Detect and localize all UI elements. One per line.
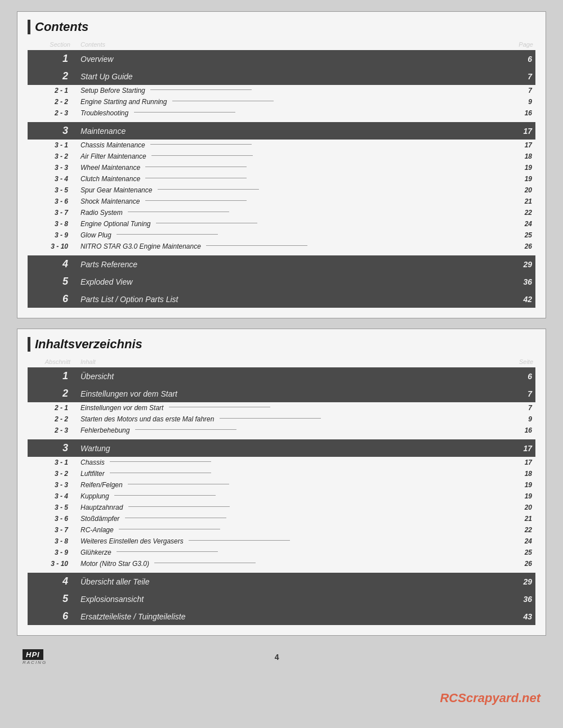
main-toc-row: 1 Overview 6 [28, 50, 535, 68]
sub-toc-row: 3 - 7 RC-Anlage 22 [28, 524, 535, 536]
dotted-line [125, 518, 226, 518]
sub-section-title: Engine Starting and Running [73, 96, 507, 107]
sub-toc-row: 3 - 10 Motor (Nitro Star G3.0) 26 [28, 558, 535, 569]
sub-toc-row: 2 - 1 Einstellungen vor dem Start 7 [28, 402, 535, 414]
dotted-line [145, 200, 247, 201]
sub-toc-row: 3 - 1 Chassis 17 [28, 457, 535, 468]
main-toc-row: 1 Übersicht 6 [28, 367, 535, 385]
sub-section-num: 3 - 10 [28, 241, 73, 252]
sub-toc-row: 2 - 2 Engine Starting and Running 9 [28, 96, 535, 107]
sub-toc-row: 3 - 9 Glow Plug 25 [28, 230, 535, 241]
sub-section-num: 3 - 6 [28, 513, 73, 524]
sub-section-title: Starten des Motors und das erste Mal fah… [73, 414, 507, 425]
sub-toc-row: 3 - 6 Stoßdämpfer 21 [28, 513, 535, 524]
german-section-title: Inhaltsverzeichnis [28, 337, 535, 352]
sub-toc-row: 3 - 7 Radio System 22 [28, 207, 535, 218]
sub-section-title: Motor (Nitro Star G3.0) [73, 558, 507, 569]
main-section-page: 42 [507, 290, 535, 308]
sub-section-num: 3 - 4 [28, 173, 73, 185]
main-section-num: 1 [28, 367, 73, 385]
sub-section-title: Chassis Maintenance [73, 140, 507, 151]
page-footer: HPI RACING 4 [17, 646, 546, 665]
dotted-line [172, 101, 274, 101]
sub-section-num: 3 - 8 [28, 536, 73, 547]
main-section-page: 7 [507, 385, 535, 402]
sub-section-num: 3 - 3 [28, 162, 73, 173]
sub-section-page: 25 [507, 230, 535, 241]
main-section-page: 36 [507, 273, 535, 290]
sub-section-page: 7 [507, 85, 535, 96]
sub-section-page: 16 [507, 425, 535, 436]
sub-section-num: 3 - 9 [28, 547, 73, 558]
english-toc-section: Contents Section Contents Page 1 Overvie… [17, 11, 546, 318]
page-number: 4 [275, 653, 279, 662]
sub-section-page: 19 [507, 173, 535, 185]
dotted-line [117, 234, 218, 235]
sub-section-title: Luftfilter [73, 468, 507, 479]
main-section-title: Exploded View [73, 273, 507, 290]
main-toc-row: 6 Ersatzteileliste / Tuingteileliste 43 [28, 608, 535, 625]
german-toc-table: Abschnitt Inhalt Seite 1 Übersicht 6 2 E… [28, 357, 535, 625]
sub-section-title: Spur Gear Maintenance [73, 185, 507, 196]
sub-toc-row: 3 - 9 Glühkerze 25 [28, 547, 535, 558]
sub-section-num: 3 - 4 [28, 491, 73, 502]
main-section-num: 1 [28, 50, 73, 68]
sub-section-title: Weiteres Einstellen des Vergasers [73, 536, 507, 547]
english-toc-table: Section Contents Page 1 Overview 6 2 Sta… [28, 40, 535, 308]
main-section-num: 4 [28, 255, 73, 273]
sub-section-title: Einstellungen vor dem Start [73, 402, 507, 414]
sub-section-num: 3 - 1 [28, 457, 73, 468]
sub-section-page: 9 [507, 96, 535, 107]
sub-toc-row: 2 - 2 Starten des Motors und das erste M… [28, 414, 535, 425]
dotted-line [158, 189, 259, 190]
sub-section-page: 26 [507, 558, 535, 569]
sub-section-title: Chassis [73, 457, 507, 468]
main-section-title: Übersicht aller Teile [73, 573, 507, 590]
main-section-page: 29 [507, 255, 535, 273]
watermark: RCScrapyard.net [440, 691, 540, 705]
sub-section-page: 24 [507, 536, 535, 547]
main-section-title: Start Up Guide [73, 68, 507, 85]
sub-section-title: Stoßdämpfer [73, 513, 507, 524]
sub-section-page: 20 [507, 185, 535, 196]
main-toc-row: 4 Übersicht aller Teile 29 [28, 573, 535, 590]
main-section-num: 2 [28, 385, 73, 402]
sub-toc-row: 3 - 1 Chassis Maintenance 17 [28, 140, 535, 151]
main-section-title: Parts List / Option Parts List [73, 290, 507, 308]
sub-section-page: 19 [507, 162, 535, 173]
dotted-line [150, 89, 252, 90]
dotted-line [119, 529, 220, 529]
main-toc-row: 6 Parts List / Option Parts List 42 [28, 290, 535, 308]
hpi-racing-subtext: RACING [23, 660, 47, 665]
sub-section-page: 21 [507, 196, 535, 207]
dotted-line [128, 484, 229, 484]
sub-section-title: Glühkerze [73, 547, 507, 558]
dotted-line [110, 461, 211, 462]
sub-section-title: Reifen/Felgen [73, 479, 507, 491]
main-section-page: 6 [507, 367, 535, 385]
german-toc-section: Inhaltsverzeichnis Abschnitt Inhalt Seit… [17, 329, 546, 636]
sub-section-title: Engine Optional Tuning [73, 218, 507, 230]
main-section-title: Übersicht [73, 367, 507, 385]
main-section-num: 2 [28, 68, 73, 85]
sub-section-page: 20 [507, 502, 535, 513]
hpi-logo-text: HPI [23, 649, 43, 660]
main-section-page: 6 [507, 50, 535, 68]
main-section-title: Overview [73, 50, 507, 68]
sub-section-title: Air Filter Maintenance [73, 151, 507, 162]
hpi-logo: HPI RACING [23, 649, 47, 665]
sub-section-title: Kupplung [73, 491, 507, 502]
dotted-line [145, 178, 247, 178]
header-contents-col: Contents [73, 40, 507, 50]
main-section-num: 5 [28, 273, 73, 290]
main-section-title: Maintenance [73, 122, 507, 140]
sub-toc-row: 3 - 8 Engine Optional Tuning 24 [28, 218, 535, 230]
sub-section-num: 3 - 8 [28, 218, 73, 230]
sub-toc-row: 3 - 5 Spur Gear Maintenance 20 [28, 185, 535, 196]
sub-section-page: 26 [507, 241, 535, 252]
sub-section-num: 3 - 2 [28, 468, 73, 479]
sub-toc-row: 3 - 3 Reifen/Felgen 19 [28, 479, 535, 491]
main-toc-row: 4 Parts Reference 29 [28, 255, 535, 273]
sub-section-num: 2 - 1 [28, 85, 73, 96]
main-section-page: 7 [507, 68, 535, 85]
